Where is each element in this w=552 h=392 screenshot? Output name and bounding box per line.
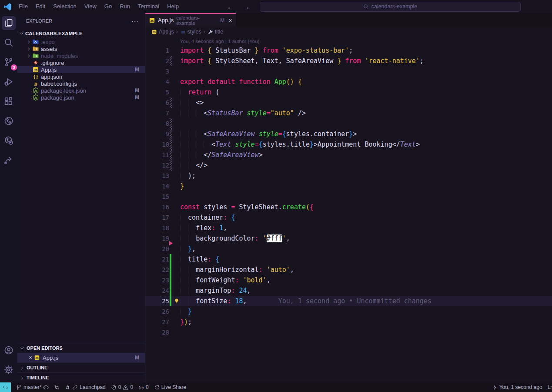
- code-line-12[interactable]: 12 </>: [145, 160, 552, 171]
- code-line-7[interactable]: 7 <StatusBar style="auto" />: [145, 108, 552, 118]
- menu-go[interactable]: Go: [100, 0, 116, 13]
- code-line-22[interactable]: 22 marginHorizontal: 'auto',: [145, 265, 552, 275]
- code-line-14[interactable]: 14}: [145, 181, 552, 191]
- code-line-4[interactable]: 4export default function App() {: [145, 77, 552, 87]
- chev-r-icon: [20, 365, 25, 370]
- timeline-section[interactable]: TIMELINE: [17, 373, 145, 382]
- line-number: 20: [145, 244, 169, 254]
- git-removed-indicator: [169, 244, 173, 254]
- activity-gitlens[interactable]: [2, 114, 16, 128]
- svg-text:JS: JS: [34, 90, 37, 92]
- activity-source-control[interactable]: 3: [2, 55, 16, 69]
- file-item-App.js[interactable]: JSApp.jsM: [17, 66, 145, 73]
- outline-section[interactable]: OUTLINE: [17, 363, 145, 372]
- activity-live-share[interactable]: [2, 153, 16, 167]
- file-item-assets[interactable]: assets: [17, 45, 145, 52]
- symbol-property-icon: [207, 29, 213, 35]
- open-editor-item-appjs[interactable]: × JS App.js M: [17, 353, 145, 362]
- symbol-variable-icon: [@]: [180, 29, 186, 35]
- project-root-folder[interactable]: CALENDARS-EXAMPLE: [17, 29, 145, 38]
- line-number: 9: [145, 129, 169, 139]
- tab-appjs[interactable]: JS App.js calendars-example M ×: [145, 13, 236, 27]
- gitlens-inspect-icon: [4, 136, 13, 145]
- code-line-2[interactable]: 2import { StyleSheet, Text, SafeAreaView…: [145, 56, 552, 66]
- code-line-13[interactable]: 13 );: [145, 171, 552, 181]
- status-remote-indicator[interactable]: [0, 382, 11, 392]
- activity-extensions[interactable]: [2, 94, 16, 108]
- line-number: 10: [145, 139, 169, 150]
- file-item-package-lock.json[interactable]: JSpackage-lock.jsonM: [17, 87, 145, 94]
- activity-explorer[interactable]: [2, 16, 16, 30]
- breadcrumb-app-js[interactable]: JSApp.js: [151, 29, 174, 35]
- code-line-10[interactable]: 10 <Text style={styles.title}>Appointmen…: [145, 139, 552, 150]
- vscode-logo: [0, 3, 15, 11]
- code-line-26[interactable]: 26 }: [145, 306, 552, 317]
- file-item-app.json[interactable]: {}app.json: [17, 73, 145, 80]
- code-editor[interactable]: You, 4 seconds ago | 1 author (You)1impo…: [145, 37, 552, 382]
- nav-back-icon[interactable]: ←: [227, 3, 234, 10]
- file-item-babel.config.js[interactable]: Bbabel.config.js: [17, 80, 145, 87]
- more-actions-icon[interactable]: ···: [131, 17, 139, 24]
- file-item-.expo[interactable]: .expo: [17, 38, 145, 45]
- gutter-decoration: [169, 108, 173, 118]
- status-problems[interactable]: 00: [108, 382, 136, 392]
- close-icon[interactable]: ×: [27, 354, 34, 361]
- activity-accounts[interactable]: [2, 343, 16, 357]
- menu-run[interactable]: Run: [116, 0, 134, 13]
- code-line-5[interactable]: 5 return (: [145, 87, 552, 97]
- command-center-search[interactable]: calendars-example: [260, 2, 521, 12]
- file-item-package.json[interactable]: JSpackage.jsonM: [17, 94, 145, 101]
- open-editors-section[interactable]: OPEN EDITORS: [17, 343, 145, 353]
- status-launchpad[interactable]: Launchpad: [62, 382, 108, 392]
- code-line-24[interactable]: 24 marginTop: 24,: [145, 285, 552, 296]
- activity-search[interactable]: [2, 36, 16, 50]
- code-line-6[interactable]: 6 <>: [145, 97, 552, 108]
- code-line-9[interactable]: 9 <SafeAreaView style={styles.container}…: [145, 129, 552, 139]
- breadcrumb-title[interactable]: title: [207, 29, 223, 35]
- menu-edit[interactable]: Edit: [32, 0, 49, 13]
- breadcrumb-styles[interactable]: [@]styles: [180, 29, 201, 35]
- file-item-node_modules[interactable]: node_modules: [17, 52, 145, 59]
- menu-selection[interactable]: Selection: [49, 0, 80, 13]
- code-line-28[interactable]: 28: [145, 327, 552, 338]
- code-line-21[interactable]: 21 title: {: [145, 254, 552, 265]
- code-line-15[interactable]: 15: [145, 191, 552, 202]
- close-icon[interactable]: ×: [228, 17, 232, 24]
- menu-help[interactable]: Help: [163, 0, 183, 13]
- codelens-annotation[interactable]: You, 4 seconds ago | 1 author (You): [145, 38, 552, 45]
- svg-text:{}: {}: [33, 74, 39, 79]
- activity-settings[interactable]: [2, 363, 16, 377]
- menu-terminal[interactable]: Terminal: [134, 0, 163, 13]
- line-number: 4: [145, 77, 169, 87]
- status-commit-blame[interactable]: You, 1 second ago: [489, 382, 545, 392]
- code-line-23[interactable]: 23 fontWeight: 'bold',: [145, 275, 552, 285]
- code-line-27[interactable]: 27});: [145, 317, 552, 327]
- file-item-.gitignore[interactable]: .gitignore: [17, 59, 145, 66]
- status-git-compare[interactable]: [51, 382, 62, 392]
- code-line-18[interactable]: 18 flex: 1,: [145, 223, 552, 233]
- lightbulb-icon[interactable]: [174, 298, 180, 304]
- code-line-11[interactable]: 11 </SafeAreaView>: [145, 150, 552, 160]
- status-git-branch[interactable]: master*: [13, 382, 51, 392]
- gutter-decoration: [169, 45, 173, 56]
- status-live-share[interactable]: Live Share: [151, 382, 189, 392]
- code-line-3[interactable]: 3: [145, 66, 552, 77]
- status-cursor-position[interactable]: Ln: [545, 382, 552, 392]
- code-line-16[interactable]: 16const styles = StyleSheet.create({: [145, 202, 552, 212]
- folder-assets-icon: [32, 45, 39, 52]
- activity-gitlens-inspect[interactable]: [2, 134, 16, 147]
- menu-file[interactable]: File: [15, 0, 32, 13]
- search-icon: [4, 38, 13, 47]
- nav-forward-icon[interactable]: →: [243, 3, 250, 10]
- code-line-17[interactable]: 17 container: {: [145, 212, 552, 223]
- svg-text:JS: JS: [36, 357, 39, 359]
- status-ports[interactable]: 0: [136, 382, 151, 392]
- code-line-1[interactable]: 1import { StatusBar } from 'expo-status-…: [145, 45, 552, 56]
- code-line-25[interactable]: 25 fontSize: 18,You, 1 second ago • Unco…: [145, 296, 552, 306]
- code-line-20[interactable]: 20 },: [145, 244, 552, 254]
- code-line-8[interactable]: 8: [145, 118, 552, 129]
- js-file-icon: JS: [34, 355, 43, 361]
- activity-run-and-debug[interactable]: [2, 75, 16, 89]
- menu-view[interactable]: View: [80, 0, 100, 13]
- code-line-19[interactable]: 19 backgroundColor: '#fff',: [145, 233, 552, 244]
